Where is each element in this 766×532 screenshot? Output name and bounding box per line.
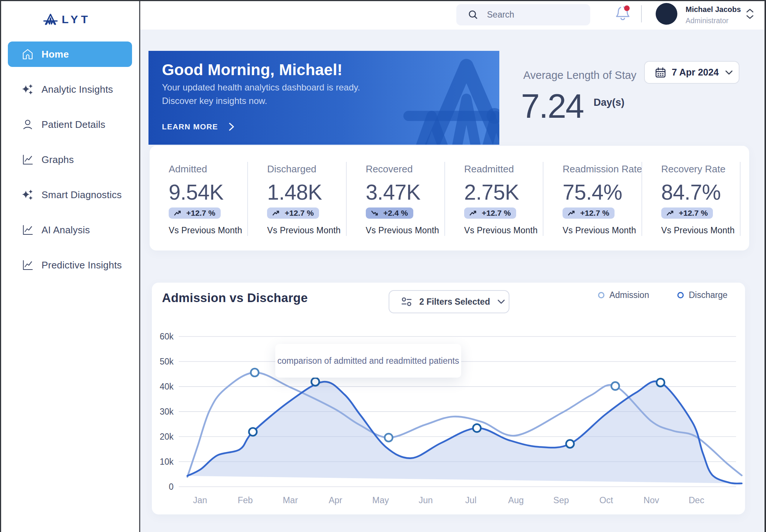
sidebar-item-patient-details[interactable]: Patient Details	[8, 112, 132, 137]
average-stay-unit: Day(s)	[594, 97, 625, 108]
date-picker-value: 7 Apr 2024	[672, 67, 719, 78]
chart-icon	[21, 153, 34, 166]
y-tick-label: 40k	[160, 382, 174, 391]
notifications-button[interactable]	[615, 5, 631, 23]
legend-item-admission[interactable]: Admission	[598, 290, 649, 300]
user-menu-chevrons-icon[interactable]	[745, 6, 755, 22]
stat-label: Admitted	[169, 163, 248, 175]
sidebar-item-smart-diagnostics[interactable]: Smart Diagnostics	[8, 182, 132, 207]
sidebar-item-ai-analysis[interactable]: AI Analysis	[8, 217, 132, 243]
discharge-area	[187, 381, 742, 484]
x-tick-label: Dec	[689, 495, 704, 505]
x-tick-label: Aug	[508, 495, 524, 505]
home-icon	[21, 48, 34, 61]
stat-delta-badge: +12.7 %	[169, 207, 221, 219]
discharge-marker[interactable]	[657, 379, 665, 387]
average-stay-value: 7.24	[521, 87, 583, 126]
brand-logo[interactable]: LYT	[43, 10, 91, 28]
stat-label: Readmission Rate	[563, 163, 642, 175]
x-tick-label: Jun	[419, 495, 433, 505]
discharge-marker[interactable]	[566, 440, 574, 448]
stat-delta-badge: +12.7 %	[661, 207, 713, 219]
chevron-right-icon	[228, 122, 235, 132]
stat-readmitted: Readmitted 2.75K +12.7 % Vs Previous Mon…	[445, 146, 543, 250]
filters-button-label: 2 Filters Selected	[419, 297, 490, 307]
legend-label: Discharge	[689, 290, 727, 300]
x-tick-label: Feb	[238, 495, 253, 505]
stat-vs-label: Vs Previous Month	[267, 225, 346, 236]
chevron-down-icon	[724, 70, 734, 76]
avatar[interactable]	[656, 3, 677, 25]
x-tick-label: Jul	[465, 495, 477, 505]
sparkles-icon	[21, 83, 34, 96]
sidebar-item-analytic-insights[interactable]: Analytic Insights	[8, 77, 132, 102]
stat-label: Discharged	[267, 163, 346, 175]
stat-value: 84.7%	[661, 182, 741, 203]
hero-subtitle: Your updated health analytics dashboard …	[162, 81, 360, 108]
y-tick-label: 0	[169, 482, 174, 492]
stat-recovered: Recovered 3.47K +2.4 % Vs Previous Month	[347, 146, 445, 250]
trend-up-icon	[272, 210, 281, 216]
y-tick-label: 10k	[160, 457, 174, 467]
x-tick-label: Mar	[283, 495, 298, 505]
topbar: Michael Jacobs Administrator	[140, 1, 765, 30]
stat-vs-label: Vs Previous Month	[366, 225, 445, 236]
sidebar-divider	[139, 0, 140, 532]
stat-value: 75.4%	[563, 182, 642, 203]
trend-up-icon	[568, 210, 576, 216]
stat-value: 3.47K	[366, 182, 445, 203]
stat-readmission-rate: Readmission Rate 75.4% +12.7 % Vs Previo…	[543, 146, 642, 250]
stat-vs-label: Vs Previous Month	[169, 225, 248, 236]
trend-up-icon	[469, 210, 478, 216]
search-box[interactable]	[456, 4, 590, 25]
stat-recovery-rate: Recovery Rate 84.7% +12.7 % Vs Previous …	[642, 146, 741, 250]
legend-item-discharge[interactable]: Discharge	[677, 290, 727, 300]
stat-discharged: Discharged 1.48K +12.7 % Vs Previous Mon…	[248, 146, 346, 250]
admission-marker[interactable]	[385, 434, 393, 442]
trend-up-icon	[174, 210, 182, 216]
legend-label: Admission	[609, 290, 649, 300]
app-window: LYT Home Analytic Ins	[0, 0, 766, 532]
date-picker-button[interactable]: 7 Apr 2024	[644, 61, 739, 84]
stat-label: Recovery Rate	[661, 163, 741, 175]
admission-marker[interactable]	[612, 382, 619, 390]
sidebar-item-predictive-insights[interactable]: Predictive Insights	[8, 252, 132, 278]
discharge-marker[interactable]	[311, 378, 319, 386]
trend-up-icon	[667, 210, 675, 216]
admission-marker[interactable]	[251, 369, 258, 376]
search-input[interactable]	[487, 10, 577, 20]
sidebar-item-label: Home	[42, 49, 69, 60]
x-tick-label: Apr	[329, 495, 343, 505]
hero-title: Good Morning, Michael!	[162, 61, 343, 79]
stat-value: 2.75K	[464, 182, 543, 203]
filters-button[interactable]: 2 Filters Selected	[389, 290, 509, 313]
sidebar-item-label: Graphs	[42, 154, 74, 166]
calendar-icon	[655, 67, 667, 79]
sidebar-item-label: AI Analysis	[42, 224, 90, 236]
learn-more-button[interactable]: LEARN MORE	[162, 122, 235, 132]
line-chart: 010k20k30k40k50k60kJanFebMarAprMayJunJul…	[152, 283, 745, 514]
brand-logo-text: LYT	[62, 13, 91, 26]
sidebar-item-home[interactable]: Home	[8, 41, 132, 67]
discharge-marker[interactable]	[473, 424, 481, 432]
discharge-marker[interactable]	[249, 428, 257, 436]
sidebar: LYT Home Analytic Ins	[1, 1, 140, 532]
y-tick-label: 30k	[160, 407, 174, 416]
y-tick-label: 20k	[160, 432, 174, 442]
window-border-left	[0, 0, 1, 532]
trend-down-icon	[371, 210, 379, 216]
learn-more-label: LEARN MORE	[162, 122, 218, 131]
sidebar-item-graphs[interactable]: Graphs	[8, 147, 132, 172]
sparkles-icon	[21, 188, 34, 201]
discharge-legend-dot-icon	[677, 292, 684, 298]
main-area: Michael Jacobs Administrator Good Mornin	[140, 1, 765, 532]
chart-title: Admission vs Discharge	[162, 291, 308, 305]
window-border-top	[0, 0, 766, 1]
user-name: Michael Jacobs	[686, 5, 741, 14]
y-tick-label: 60k	[160, 332, 174, 341]
notification-dot	[624, 6, 630, 11]
x-tick-label: Nov	[644, 495, 659, 505]
window-border-right	[765, 0, 766, 532]
user-block[interactable]: Michael Jacobs Administrator	[686, 5, 741, 25]
x-tick-label: Sep	[553, 495, 569, 505]
